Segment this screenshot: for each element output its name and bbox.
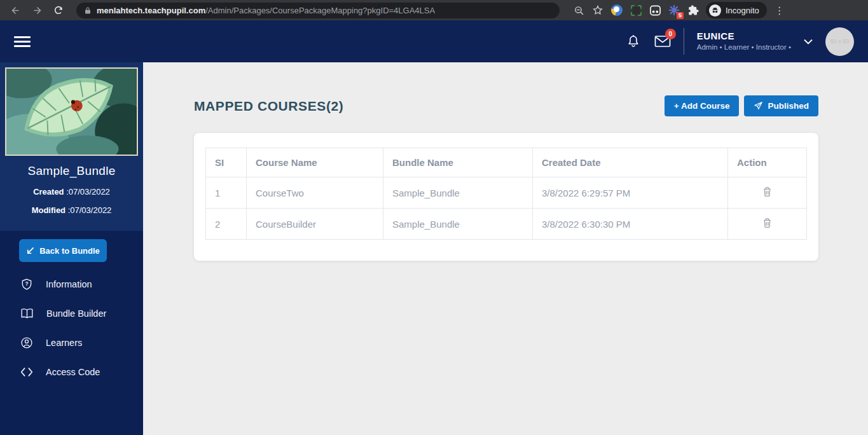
bundle-name: Sample_Bundle [5,164,138,178]
cell-bundle-name: Sample_Bundle [383,209,533,240]
messages-mail-icon[interactable]: 0 [654,33,671,50]
col-header-action: Action [728,148,807,177]
bundle-created-line: Created :07/03/2022 [5,187,138,197]
sidebar-item-bundle-builder[interactable]: Bundle Builder [0,299,143,328]
sidebar: Sample_Bundle Created :07/03/2022 Modifi… [0,62,143,435]
back-to-bundle-button[interactable]: Back to Bundle [19,239,107,262]
user-name: EUNICE [697,31,791,43]
col-header-created-date: Created Date [533,148,728,177]
cell-course-name: CourseTwo [247,177,383,209]
add-course-button[interactable]: + Add Course [665,95,740,116]
arrow-down-left-icon [26,247,34,255]
sidebar-item-label: Access Code [46,367,100,377]
bookmark-star-icon[interactable] [591,4,604,17]
browser-menu-icon[interactable]: ⋮ [775,4,785,17]
published-button[interactable]: Published [744,95,818,116]
open-book-icon [20,307,34,320]
avatar-placeholder-text: 50 x 50 [830,38,850,45]
col-header-si: SI [206,148,247,177]
extensions-puzzle-icon[interactable] [687,4,699,17]
incognito-icon [709,4,721,17]
col-header-bundle-name: Bundle Name [383,148,533,177]
address-bar[interactable]: menlahtech.teachpupil.com/Admin/Packages… [76,3,560,18]
extension-goggles-icon[interactable] [649,4,661,17]
sidebar-item-label: Bundle Builder [46,308,106,319]
extension-q-icon[interactable] [610,4,623,17]
table-row: 1 CourseTwo Sample_Bundle 3/8/2022 6:29:… [206,177,807,209]
url-text: menlahtech.teachpupil.com/Admin/Packages… [97,6,435,15]
main-content: MAPPED COURSES(2) + Add Course Published… [143,62,868,435]
table-header-row: SI Course Name Bundle Name Created Date … [206,148,807,177]
cell-si: 2 [206,209,247,240]
zoom-out-icon[interactable] [572,4,585,17]
browser-reload-icon[interactable] [50,1,67,19]
trash-icon [762,186,772,197]
browser-back-icon[interactable] [6,1,24,19]
mapped-courses-card: SI Course Name Bundle Name Created Date … [194,133,818,261]
header-divider [684,28,684,55]
cell-course-name: CourseBuilder [247,209,383,240]
browser-toolbar: menlahtech.teachpupil.com/Admin/Packages… [0,0,868,20]
extension-badge: 5 [677,12,684,19]
lock-icon [84,6,92,15]
notifications-bell-icon[interactable] [625,33,642,50]
delete-course-button[interactable] [761,185,773,200]
mapped-courses-table: SI Course Name Bundle Name Created Date … [205,148,807,240]
shield-question-icon: ? [20,278,33,291]
sidebar-menu-panel: Back to Bundle ? Information Bundle Buil… [0,231,143,435]
url-path: /Admin/Packages/CoursePackageMapping?pkg… [205,6,435,15]
mail-count-badge: 0 [665,29,676,39]
extension-screenshot-icon[interactable] [630,4,642,17]
cell-created-date: 3/8/2022 6:29:57 PM [533,177,728,209]
avatar[interactable]: 50 x 50 [825,27,854,56]
incognito-label: Incognito [726,6,759,15]
hamburger-menu-icon[interactable] [14,36,31,47]
trash-icon [762,218,772,228]
delete-course-button[interactable] [761,216,773,231]
col-header-course-name: Course Name [247,148,383,177]
sidebar-item-label: Information [46,279,92,289]
bundle-thumbnail-image [5,67,138,156]
table-row: 2 CourseBuilder Sample_Bundle 3/8/2022 6… [206,209,807,240]
incognito-badge: Incognito [706,2,767,18]
sidebar-item-information[interactable]: ? Information [0,270,143,299]
cell-created-date: 3/8/2022 6:30:30 PM [533,209,728,240]
page-title: MAPPED COURSES(2) [194,99,343,114]
person-circle-icon [20,336,33,349]
user-block[interactable]: EUNICE Admin • Learner • Instructor • [697,31,791,52]
bundle-modified-line: Modified :07/03/2022 [5,205,138,215]
cell-si: 1 [206,177,247,209]
code-brackets-icon [20,367,33,377]
bundle-info-panel: Sample_Bundle Created :07/03/2022 Modifi… [0,62,143,231]
sidebar-item-label: Learners [46,338,82,348]
user-roles: Admin • Learner • Instructor • [697,43,791,52]
send-icon [754,101,763,111]
url-domain: menlahtech.teachpupil.com [97,6,205,15]
sidebar-item-learners[interactable]: Learners [0,328,143,357]
chevron-down-icon[interactable] [804,39,813,45]
app-header: 0 EUNICE Admin • Learner • Instructor • … [0,20,868,62]
browser-forward-icon[interactable] [28,1,46,19]
extension-starburst-icon[interactable]: 5 [668,4,680,17]
svg-text:?: ? [25,280,28,287]
cell-bundle-name: Sample_Bundle [383,177,533,209]
sidebar-item-access-code[interactable]: Access Code [0,357,143,387]
